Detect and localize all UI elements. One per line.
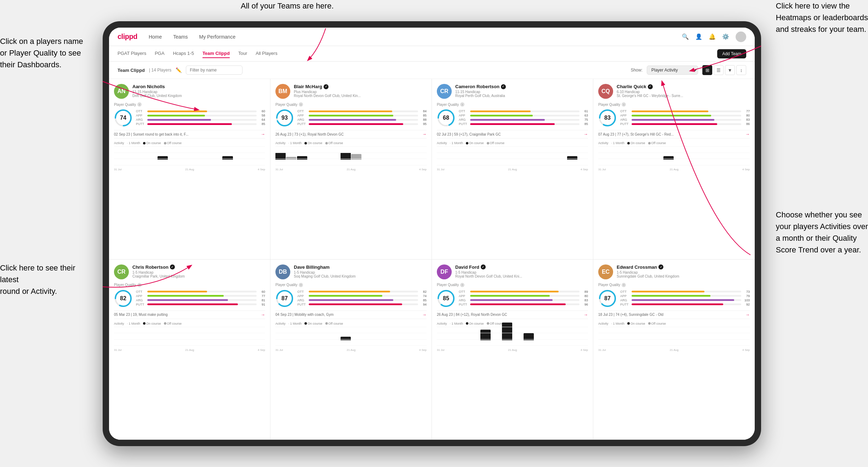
add-team-button[interactable]: Add Team (717, 49, 746, 58)
quality-circle[interactable]: 93 (275, 109, 294, 127)
stat-row-putt: PUTT 86 (620, 122, 750, 126)
settings-icon[interactable]: ⚙️ (722, 33, 729, 40)
nav-avatar[interactable] (736, 32, 746, 42)
filter-view-button[interactable]: ▼ (725, 65, 735, 75)
stat-label: ARG (459, 298, 469, 302)
info-icon[interactable]: i (299, 102, 303, 107)
search-icon[interactable]: 🔍 (682, 33, 689, 40)
latest-activity[interactable]: 04 Sep 23 | Mobility with coach, Gym → (275, 311, 427, 319)
list-view-button[interactable]: ☰ (714, 65, 724, 75)
edit-icon[interactable]: ✏️ (176, 67, 182, 73)
nav-my-performance[interactable]: My Performance (199, 33, 235, 41)
player-name[interactable]: Aaron Nicholls (132, 84, 265, 89)
stat-fill (309, 303, 402, 305)
chart-label-start: 31 Jul (275, 348, 283, 352)
nav-logo[interactable]: clippd (118, 33, 137, 41)
info-icon[interactable]: i (137, 102, 142, 107)
player-name[interactable]: Chris Robertson ✓ (132, 264, 265, 270)
subnav-team-clippd[interactable]: Team Clippd (202, 49, 230, 58)
player-name[interactable]: Cameron Robertson ✓ (455, 84, 588, 89)
player-card[interactable]: DB Dave Billingham 1-5 Handicap Soq Magi… (270, 260, 432, 440)
activity-label: Activity (114, 141, 124, 145)
latest-activity[interactable]: 05 Mar 23 | 19, Must make putting → (114, 311, 265, 319)
quality-bars: OTT 73 APP 79 ARG 103 PUTT 92 (620, 290, 750, 307)
player-name[interactable]: Blair McHarg ✓ (294, 84, 427, 89)
callout-left-bottom: Click here to see their latest round or … (0, 262, 96, 297)
quality-circle[interactable]: 85 (437, 289, 455, 308)
filter-input[interactable] (186, 66, 242, 75)
stat-fill (470, 303, 566, 305)
subnav-hcaps[interactable]: Hcaps 1-5 (173, 49, 194, 58)
player-name[interactable]: Edward Crossman ✓ (617, 264, 750, 270)
subnav-all-players[interactable]: All Players (256, 49, 277, 58)
stat-value: 79 (743, 294, 750, 298)
nav-teams[interactable]: Teams (173, 33, 188, 41)
stat-label: APP (459, 114, 469, 117)
player-avatar: DB (275, 264, 290, 279)
player-header: DB Dave Billingham 1-5 Handicap Soq Magi… (275, 264, 427, 279)
player-card[interactable]: CQ Charlie Quick ✓ 6-10 Handicap St. Geo… (593, 79, 755, 260)
period-label: · 1 Month (289, 322, 302, 325)
quality-circle[interactable]: 82 (114, 289, 132, 308)
latest-activity[interactable]: 02 Jul 23 | 59 (+17), Craigmillar Park G… (437, 130, 588, 138)
bell-icon[interactable]: 🔔 (709, 33, 716, 40)
quality-section: Player Quality i 85 OTT 89 APP 80 (437, 283, 588, 308)
stat-fill (147, 295, 224, 297)
info-icon[interactable]: i (460, 283, 464, 287)
info-icon[interactable]: i (137, 283, 142, 287)
chart-label-end: 4 Sep (419, 348, 427, 352)
stat-row-arg: ARG 81 (136, 298, 265, 302)
stat-track (147, 119, 257, 121)
profile-icon[interactable]: 👤 (695, 33, 702, 40)
gridline (275, 146, 427, 147)
player-name[interactable]: Charlie Quick ✓ (617, 84, 750, 89)
latest-activity[interactable]: 26 Aug 23 | 73 (+1), Royal North Devon G… (275, 130, 427, 138)
info-icon[interactable]: i (622, 102, 626, 107)
subnav-pgat[interactable]: PGAT Players (118, 49, 146, 58)
quality-circle[interactable]: 83 (598, 109, 617, 127)
nav-home[interactable]: Home (149, 33, 162, 41)
on-course-legend: On course (143, 322, 161, 325)
stat-track (470, 295, 579, 297)
stat-value: 85 (419, 298, 427, 302)
player-card[interactable]: CR Chris Robertson ✓ 1-5 Handicap Craigm… (109, 260, 270, 440)
latest-activity[interactable]: 02 Sep 23 | Sunset round to get back int… (114, 130, 265, 138)
sort-view-button[interactable]: ↕ (736, 65, 746, 75)
latest-activity[interactable]: 07 Aug 23 | 77 (+7), St George's Hill GC… (598, 130, 750, 138)
player-card[interactable]: CR Cameron Robertson ✓ 11-15 Handicap Ro… (432, 79, 593, 260)
player-card[interactable]: EC Edward Crossman ✓ 1-5 Handicap Sunnin… (593, 260, 755, 440)
activity-arrow-icon: → (261, 132, 265, 137)
chart-labels: 31 Jul 21 Aug 4 Sep (114, 348, 265, 352)
latest-activity[interactable]: 18 Jul 23 | 74 (+4), Sunningdale GC - Ol… (598, 311, 750, 319)
activity-header: Activity · 1 Month On course Off course (275, 141, 427, 145)
show-select[interactable]: Player Activity Quality Score Trend (647, 66, 698, 75)
quality-circle[interactable]: 87 (275, 289, 294, 308)
subnav-tour[interactable]: Tour (238, 49, 247, 58)
info-icon[interactable]: i (460, 102, 464, 107)
player-card[interactable]: BM Blair McHarg ✓ Plus Handicap Royal No… (270, 79, 432, 260)
quality-circle[interactable]: 74 (114, 109, 132, 127)
latest-activity[interactable]: 26 Aug 23 | 84 (+12), Royal North Devon … (437, 311, 588, 319)
player-name[interactable]: David Ford ✓ (455, 264, 588, 270)
stat-fill (309, 299, 393, 301)
player-name[interactable]: Dave Billingham (294, 264, 427, 270)
stat-track (147, 115, 257, 116)
stat-track (470, 115, 579, 116)
stat-fill (470, 295, 550, 297)
stat-value: 103 (743, 298, 750, 302)
player-card[interactable]: DF David Ford ✓ 1-5 Handicap Royal North… (432, 260, 593, 440)
activity-header: Activity · 1 Month On course Off course (114, 141, 265, 145)
stat-fill (470, 123, 555, 125)
subnav-pga[interactable]: PGA (155, 49, 164, 58)
quality-circle[interactable]: 68 (437, 109, 455, 127)
player-card[interactable]: AN Aaron Nicholls 11-15 Handicap Drift G… (109, 79, 270, 260)
info-icon[interactable]: i (622, 283, 626, 287)
quality-circle[interactable]: 87 (598, 289, 617, 308)
info-icon[interactable]: i (299, 283, 303, 287)
player-handicap: 1-5 Handicap (455, 270, 588, 274)
grid-view-button[interactable]: ⊞ (702, 65, 712, 75)
stat-value: 58 (258, 114, 265, 117)
stat-row-app: APP 79 (620, 294, 750, 298)
chart-labels: 31 Jul 21 Aug 4 Sep (437, 168, 588, 171)
activity-header: Activity · 1 Month On course Off course (275, 322, 427, 325)
